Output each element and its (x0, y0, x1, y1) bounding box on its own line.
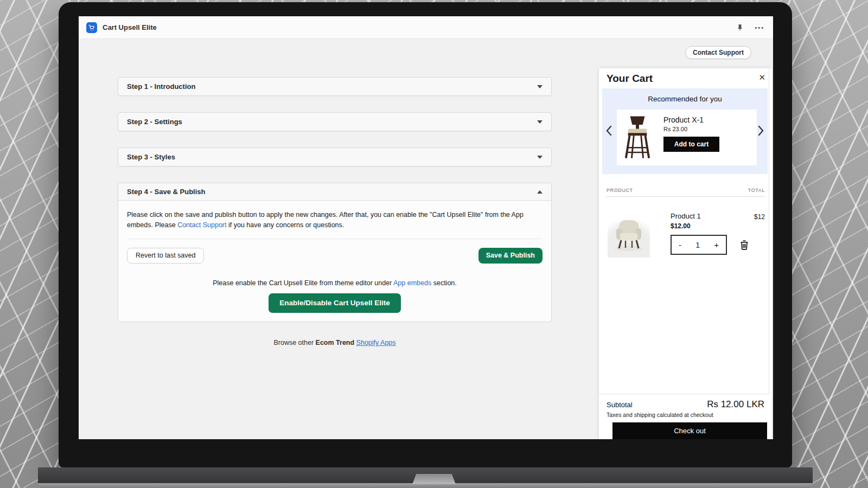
table-divider (607, 196, 765, 197)
step-4-label: Step 4 - Save & Publish (127, 188, 206, 196)
app-window: Cart Upsell Elite ••• Contact Support St… (79, 16, 773, 439)
cart-item-image (608, 212, 650, 258)
subtotal-value: Rs 12.00 LKR (707, 399, 764, 410)
shopify-apps-link[interactable]: Shopify Apps (356, 339, 396, 346)
step-3-accordion[interactable]: Step 3 - Styles (118, 147, 552, 166)
carousel-prev-button[interactable] (604, 124, 613, 139)
app-title: Cart Upsell Elite (103, 23, 157, 31)
panel-scroll-track (769, 68, 769, 439)
recommended-heading: Recommended for you (602, 88, 768, 103)
enable-hint-suffix: section. (431, 279, 457, 287)
close-icon[interactable]: ✕ (758, 73, 765, 82)
description-line2-suffix: if you have any concerns or questions. (226, 221, 344, 229)
section-divider (127, 239, 542, 239)
product-column-header: PRODUCT (607, 188, 633, 193)
subtotal-label: Subtotal (607, 401, 633, 409)
step-1-accordion[interactable]: Step 1 - Introduction (118, 77, 552, 96)
app-embeds-link[interactable]: App embeds (393, 279, 431, 287)
browse-apps-footer: Browse other Ecom Trend Shopify Apps (118, 339, 552, 346)
step-2-label: Step 2 - Settings (127, 118, 182, 126)
app-logo-icon (86, 22, 97, 33)
recommended-section: Recommended for you (602, 88, 768, 174)
enable-disable-button[interactable]: Enable/Disable Cart Upsell Elite (269, 293, 400, 313)
cart-summary: Subtotal Rs 12.00 LKR Taxes and shipping… (599, 394, 769, 439)
cart-table-header: PRODUCT TOTAL (607, 188, 765, 193)
app-content: Contact Support Step 1 - Introduction St… (79, 39, 773, 439)
cart-preview-panel: Your Cart ✕ Recommended for you (599, 68, 772, 439)
contact-support-link[interactable]: Contact Support (177, 221, 226, 229)
chevron-down-icon (537, 85, 542, 88)
step-1-label: Step 1 - Introduction (127, 82, 195, 91)
carousel-next-button[interactable] (757, 124, 765, 139)
quantity-increase-button[interactable]: + (714, 240, 719, 249)
total-column-header: TOTAL (748, 188, 765, 193)
laptop-lid-notch (412, 474, 456, 484)
recommended-product-price: Rs 23.00 (663, 126, 719, 132)
step-4-accordion[interactable]: Step 4 - Save & Publish (118, 183, 552, 201)
step-2-accordion[interactable]: Step 2 - Settings (118, 112, 552, 131)
pin-icon[interactable] (736, 24, 744, 31)
add-to-cart-button[interactable]: Add to cart (663, 137, 719, 152)
save-publish-description: Please click on the save and publish but… (127, 210, 542, 230)
cart-title: Your Cart (599, 68, 772, 85)
app-top-bar: Cart Upsell Elite ••• (79, 16, 773, 39)
description-line2-prefix: Please (155, 221, 177, 229)
cart-item-row: Product 1 $12.00 - 1 + (608, 212, 765, 258)
tax-note: Taxes and shipping calculated at checkou… (607, 412, 764, 418)
checkout-button[interactable]: Check out (612, 422, 767, 439)
save-publish-button[interactable]: Save & Publish (478, 248, 542, 264)
cart-item-price: $12.00 (671, 222, 749, 230)
cart-item-total: $12 (754, 212, 765, 221)
quantity-value: 1 (695, 240, 700, 249)
setup-steps: Step 1 - Introduction Step 2 - Settings … (118, 77, 552, 322)
chevron-down-icon (537, 156, 542, 159)
chevron-up-icon (537, 190, 542, 194)
textured-background: Cart Upsell Elite ••• Contact Support St… (0, 0, 868, 488)
recommended-product-card: Product X-1 Rs 23.00 Add to cart (617, 110, 757, 165)
recommended-product-name: Product X-1 (663, 115, 719, 124)
step-3-label: Step 3 - Styles (127, 153, 175, 161)
trash-icon[interactable] (740, 240, 749, 250)
contact-support-button[interactable]: Contact Support (685, 46, 751, 59)
quantity-stepper: - 1 + (671, 235, 727, 255)
brand-name: Ecom Trend (316, 339, 355, 346)
recommended-product-image (621, 113, 654, 162)
more-menu-icon[interactable]: ••• (755, 24, 764, 31)
chevron-down-icon (537, 120, 542, 124)
enable-hint: Please enable the Cart Upsell Elite from… (127, 279, 542, 287)
step-4-panel: Please click on the save and publish but… (118, 201, 552, 322)
revert-button[interactable]: Revert to last saved (127, 248, 204, 264)
browse-prefix: Browse other (273, 339, 315, 346)
quantity-decrease-button[interactable]: - (679, 240, 681, 249)
enable-hint-prefix: Please enable the Cart Upsell Elite from… (213, 279, 393, 287)
cart-item-name: Product 1 (671, 212, 749, 220)
